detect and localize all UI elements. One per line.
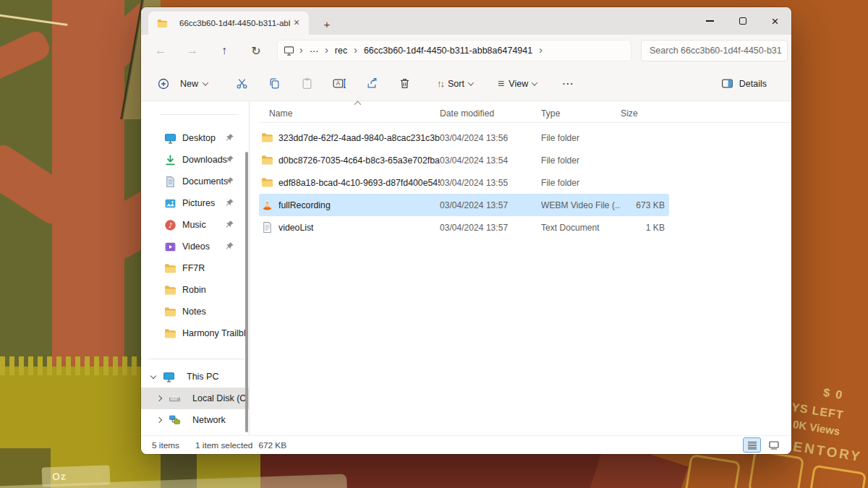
sidebar-item-pictures[interactable]: Pictures <box>141 192 249 214</box>
trash-icon <box>399 77 411 90</box>
new-button-label: New <box>180 79 198 89</box>
sort-button[interactable]: ↑↓ Sort <box>430 74 480 93</box>
pin-icon <box>225 241 234 251</box>
sidebar-item-videos[interactable]: Videos <box>141 236 249 257</box>
sidebar-item-ff7r[interactable]: FF7R <box>141 257 249 279</box>
cut-button[interactable] <box>226 72 258 96</box>
command-toolbar: New A ↑↓ Sort ≡ View <box>141 67 791 101</box>
file-type: File folder <box>541 155 621 166</box>
sidebar-item-label: Documents <box>182 176 228 187</box>
column-header-size[interactable]: Size <box>621 108 669 122</box>
new-tab-button[interactable]: + <box>319 18 335 30</box>
sidebar-item-label: Network <box>192 415 226 425</box>
file-size: 1 KB <box>621 223 669 233</box>
sidebar-item-robin[interactable]: Robin <box>141 279 249 301</box>
view-toggle-group <box>743 437 783 453</box>
details-pane-label: Details <box>739 79 767 89</box>
file-row-folder-3[interactable]: edf88a18-bcad-4c10-9693-d87fd400e545 03/… <box>259 171 669 194</box>
maximize-button[interactable] <box>726 7 759 35</box>
vlc-media-icon <box>261 199 273 211</box>
sidebar-item-notes[interactable]: Notes <box>141 301 249 322</box>
sidebar-item-downloads[interactable]: Downloads <box>141 149 249 171</box>
up-button[interactable]: ↑ <box>213 40 235 61</box>
chevron-down-icon <box>532 80 537 85</box>
sort-button-label: Sort <box>448 79 464 89</box>
share-button[interactable] <box>356 72 388 96</box>
details-view-button[interactable] <box>743 437 761 453</box>
explorer-tab[interactable]: 66cc3b60-1d4f-4450-b311-abb × <box>148 12 309 35</box>
wallpaper-left-art <box>0 0 161 488</box>
chevron-down-icon <box>468 80 474 85</box>
local-disk-icon <box>169 393 181 405</box>
file-row-fullrecording-selected[interactable]: fullRecording 03/04/2024 13:57 WEBM Vide… <box>259 194 669 216</box>
file-type: Text Document <box>541 223 621 233</box>
back-button[interactable]: ← <box>150 40 171 61</box>
details-view-icon <box>747 441 757 450</box>
sidebar-item-label: Notes <box>182 307 206 317</box>
monitor-icon <box>284 46 294 56</box>
more-options-button[interactable]: ⋯ <box>556 72 580 96</box>
column-header-type[interactable]: Type <box>541 108 621 122</box>
column-header-name[interactable]: Name <box>259 108 440 122</box>
sidebar-item-label: Pictures <box>182 198 215 208</box>
file-name: videoList <box>278 223 314 233</box>
sidebar-item-network[interactable]: Network <box>141 409 249 431</box>
breadcrumb-current-folder[interactable]: 66cc3b60-1d4f-4450-b311-abb8a6474941 <box>361 44 535 57</box>
sidebar-item-local-disk-c[interactable]: Local Disk (C:) <box>141 388 249 409</box>
minimize-icon <box>706 20 714 21</box>
search-input[interactable] <box>642 40 788 61</box>
close-button[interactable]: × <box>759 7 791 35</box>
file-type: File folder <box>541 133 621 143</box>
file-rows: 323dd7de-62f2-4aad-9840-a8cac231c3b5 03/… <box>250 127 791 239</box>
file-row-videolist[interactable]: videoList 03/04/2024 13:57 Text Document… <box>259 216 669 239</box>
status-bar: 5 items 1 item selected 672 KB <box>141 435 791 454</box>
plus-circle-icon <box>158 78 169 90</box>
chevron-right-icon[interactable] <box>156 417 162 423</box>
chevron-right-icon: › <box>350 44 361 57</box>
file-row-folder-1[interactable]: 323dd7de-62f2-4aad-9840-a8cac231c3b5 03/… <box>259 127 669 149</box>
pictures-icon <box>164 197 176 210</box>
refresh-button[interactable]: ↻ <box>245 40 267 61</box>
view-button[interactable]: ≡ View <box>490 73 544 95</box>
view-button-label: View <box>509 79 528 89</box>
chevron-down-icon[interactable] <box>150 373 156 379</box>
breadcrumb-rec[interactable]: rec <box>332 44 350 57</box>
downloads-icon <box>164 154 176 166</box>
sidebar-item-harmony-trailblazer[interactable]: Harmony Trailbl <box>141 322 249 344</box>
paste-button[interactable] <box>291 72 323 96</box>
file-name: fullRecording <box>278 200 331 210</box>
file-type: WEBM Video File (... <box>541 200 621 210</box>
sidebar-item-documents[interactable]: Documents <box>141 171 249 192</box>
breadcrumb[interactable]: › ⋯ › rec › 66cc3b60-1d4f-4450-b311-abb8… <box>277 40 631 61</box>
thumbnails-view-icon <box>769 441 779 450</box>
new-button[interactable]: New <box>151 74 214 94</box>
rename-button[interactable]: A <box>323 72 356 96</box>
videos-icon <box>164 241 176 253</box>
minimize-button[interactable] <box>694 7 726 35</box>
forward-button[interactable]: → <box>182 40 203 61</box>
chevron-right-icon[interactable] <box>156 395 162 401</box>
thumbnails-view-button[interactable] <box>765 437 783 453</box>
search-box[interactable] <box>641 40 788 61</box>
sidebar-item-desktop[interactable]: Desktop <box>141 127 249 149</box>
file-row-folder-2[interactable]: d0bc8726-7035-4c64-b8c3-65a3e702fba3 03/… <box>259 149 669 171</box>
breadcrumb-overflow[interactable]: ⋯ <box>307 44 322 58</box>
sidebar-scrollbar[interactable] <box>245 152 248 432</box>
sidebar-item-this-pc[interactable]: This PC <box>141 366 249 388</box>
sidebar-item-label: Music <box>182 220 206 230</box>
file-size: 673 KB <box>621 200 669 210</box>
tab-title: 66cc3b60-1d4f-4450-b311-abb <box>179 19 290 27</box>
column-header-date-modified[interactable]: Date modified <box>440 108 541 122</box>
pin-icon <box>225 176 234 186</box>
paste-icon <box>301 77 313 90</box>
delete-button[interactable] <box>388 72 421 96</box>
details-pane-button[interactable]: Details <box>715 73 773 94</box>
copy-button[interactable] <box>258 72 291 96</box>
tab-close-icon[interactable]: × <box>290 17 303 30</box>
ellipsis-icon: ⋯ <box>562 77 574 90</box>
chevron-right-icon: › <box>321 44 332 57</box>
sidebar-item-music[interactable]: ♪ Music <box>141 214 249 236</box>
chevron-right-icon: › <box>535 44 546 57</box>
file-list-pane: Name Date modified Type Size 323dd7de-62… <box>250 101 791 435</box>
tree-branch <box>0 28 53 88</box>
